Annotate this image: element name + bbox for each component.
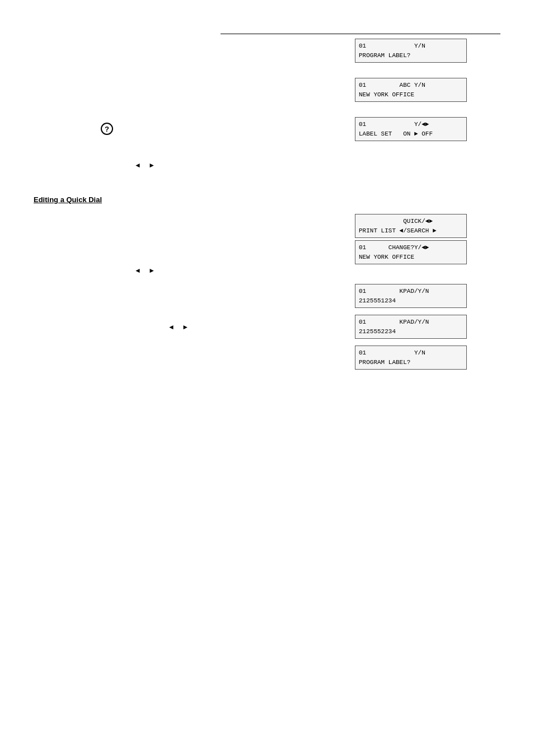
row-3: ? 01 Y/◄► LABEL SET ON ► OFF (34, 117, 500, 156)
lcd-box-6-container: 01 KPAD/Y/N 2125551234 (355, 284, 467, 308)
lcd-box-1-line2: PROGRAM LABEL? (359, 52, 410, 59)
lcd-box-8-line2: PROGRAM LABEL? (359, 359, 410, 366)
lcd-box-4-line2: PRINT LIST ◄/SEARCH ► (359, 227, 437, 234)
row-9: 01 Y/N PROGRAM LABEL? (34, 346, 500, 376)
row-7: 01 KPAD/Y/N 2125551234 (34, 284, 500, 315)
lcd-box-1: 01 Y/N PROGRAM LABEL? (355, 39, 467, 63)
arrow-right-2: ► (148, 267, 155, 274)
lcd-box-2-line2: NEW YORK OFFICE (359, 91, 414, 98)
lcd-box-8-container: 01 Y/N PROGRAM LABEL? (355, 346, 467, 370)
lcd-box-5-line1: 01 CHANGE?Y/◄► (359, 244, 429, 251)
lcd-box-7-line1: 01 KPAD/Y/N (359, 319, 429, 325)
lcd-box-3-line1: 01 Y/◄► (359, 121, 429, 128)
row-6: ◄ ► (34, 262, 500, 284)
arrows-3: ◄ ► (168, 323, 189, 331)
row-4: ◄ ► (34, 156, 500, 179)
lcd-box-6-line2: 2125551234 (359, 297, 396, 304)
lcd-boxes-4-5-container: QUICK/◄► PRINT LIST ◄/SEARCH ► 01 CHANGE… (355, 214, 467, 264)
section-heading: Editing a Quick Dial (34, 195, 102, 204)
arrow-left-3: ◄ (168, 323, 175, 331)
lcd-box-1-line1: 01 Y/N (359, 43, 425, 49)
page-container: 01 Y/N PROGRAM LABEL? 01 ABC Y/N NEW YOR… (0, 0, 534, 756)
row-5: QUICK/◄► PRINT LIST ◄/SEARCH ► 01 CHANGE… (34, 214, 500, 262)
lcd-box-6: 01 KPAD/Y/N 2125551234 (355, 284, 467, 308)
help-circle-container: ? (101, 123, 113, 135)
lcd-box-8: 01 Y/N PROGRAM LABEL? (355, 346, 467, 370)
lcd-box-7: 01 KPAD/Y/N 2125552234 (355, 315, 467, 339)
arrow-left-1: ◄ (134, 161, 141, 169)
lcd-box-6-line1: 01 KPAD/Y/N (359, 288, 429, 295)
lcd-box-3-line2: LABEL SET ON ► OFF (359, 130, 433, 137)
top-rule (221, 34, 500, 34)
lcd-box-4-line1: QUICK/◄► (359, 218, 433, 225)
row-2: 01 ABC Y/N NEW YORK OFFICE (34, 78, 500, 117)
lcd-box-5-line2: NEW YORK OFFICE (359, 254, 414, 260)
arrow-left-2: ◄ (134, 267, 141, 274)
lcd-box-3: 01 Y/◄► LABEL SET ON ► OFF (355, 117, 467, 141)
arrow-right-3: ► (182, 323, 189, 331)
lcd-box-7-line2: 2125552234 (359, 328, 396, 335)
lcd-box-2: 01 ABC Y/N NEW YORK OFFICE (355, 78, 467, 102)
lcd-box-2-container: 01 ABC Y/N NEW YORK OFFICE (355, 78, 467, 102)
lcd-box-1-container: 01 Y/N PROGRAM LABEL? (355, 39, 467, 63)
lcd-box-5: 01 CHANGE?Y/◄► NEW YORK OFFICE (355, 240, 467, 264)
arrow-right-1: ► (148, 161, 155, 169)
lcd-box-3-container: 01 Y/◄► LABEL SET ON ► OFF (355, 117, 467, 141)
help-icon: ? (101, 123, 113, 135)
lcd-box-8-line1: 01 Y/N (359, 349, 425, 356)
arrows-2: ◄ ► (134, 266, 155, 274)
lcd-box-7-container: 01 KPAD/Y/N 2125552234 (355, 315, 467, 339)
section-heading-container: Editing a Quick Dial (34, 195, 500, 204)
row-8: ◄ ► 01 KPAD/Y/N 2125552234 (34, 315, 500, 346)
arrows-1: ◄ ► (134, 161, 155, 169)
lcd-box-2-line1: 01 ABC Y/N (359, 82, 425, 88)
row-1: 01 Y/N PROGRAM LABEL? (34, 39, 500, 78)
lcd-box-4: QUICK/◄► PRINT LIST ◄/SEARCH ► (355, 214, 467, 238)
